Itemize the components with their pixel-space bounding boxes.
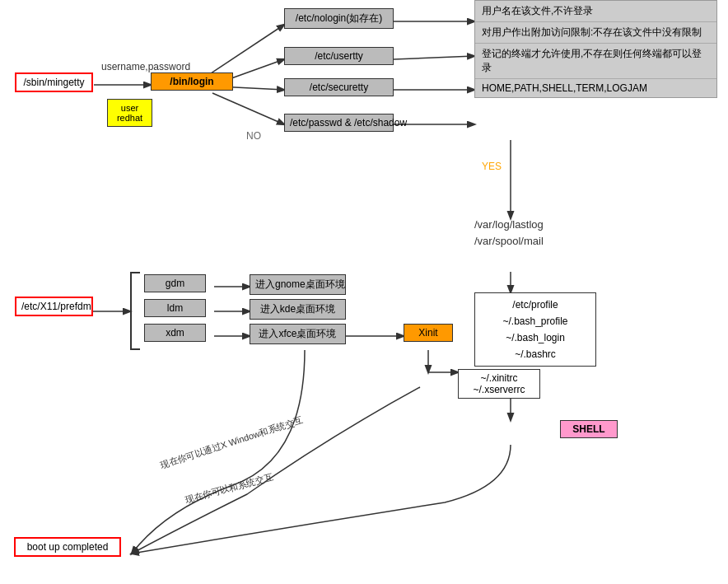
bash-login-item: ~/.bash_login [482, 329, 589, 346]
svg-line-1 [206, 25, 284, 77]
no-label: NO [246, 130, 261, 142]
usertty-box: /etc/usertty [284, 47, 394, 65]
gdm-box: gdm [144, 274, 206, 292]
svg-line-6 [394, 56, 474, 59]
bashrc-item: ~/.bashrc [482, 346, 589, 362]
user-redhat-box: userredhat [107, 99, 152, 127]
xinit-box: Xinit [404, 324, 453, 342]
lastlog-label: /var/log/lastlog [474, 218, 544, 231]
yes-label: YES [482, 161, 502, 172]
profile-group-box: /etc/profile ~/.bash_profile ~/.bash_log… [474, 292, 596, 367]
xdm-box: xdm [144, 324, 206, 342]
mingetty-box: /sbin/mingetty [15, 72, 93, 92]
gnome-box: 进入gnome桌面环境 [250, 274, 346, 295]
passwd-shadow-box: /etc/passwd & /etc/shadow [284, 114, 394, 132]
prefdm-box: /etc/X11/prefdm [15, 297, 93, 316]
bracket-left [130, 272, 140, 350]
xinitrc-group: ~/.xinitrc ~/.xserverrc [458, 369, 540, 399]
nologin-box: /etc/nologin(如存在) [284, 8, 394, 29]
username-password-label: username,password [101, 61, 190, 72]
shell-box: SHELL [560, 420, 618, 438]
interact-sys-label: 现在你可以和系统交互 [184, 471, 274, 507]
nologin-desc: 用户名在该文件,不许登录 [475, 1, 716, 22]
bash-profile-item: ~/.bash_profile [482, 313, 589, 329]
bin-login-box: /bin/login [151, 72, 233, 91]
desc-group: 用户名在该文件,不许登录 对用户作出附加访问限制:不存在该文件中没有限制 登记的… [474, 0, 717, 98]
kde-box: 进入kde桌面环境 [250, 299, 346, 320]
interact-x-label: 现在你可以通过X Window和系统交互 [159, 413, 305, 471]
spool-mail-label: /var/spool/mail [474, 235, 544, 247]
xserverrc-item: ~/.xserverrc [464, 384, 534, 395]
boot-up-box: boot up completed [14, 537, 121, 557]
usertty-desc: 对用户作出附加访问限制:不存在该文件中没有限制 [475, 22, 716, 44]
securetty-desc: 登记的终端才允许使用,不存在则任何终端都可以登录 [475, 44, 716, 79]
profile-item: /etc/profile [482, 297, 589, 313]
ldm-box: ldm [144, 299, 206, 317]
svg-line-4 [212, 93, 284, 124]
xinitrc-item: ~/.xinitrc [464, 372, 534, 384]
securetty-box: /etc/securetty [284, 78, 394, 96]
diagram: /sbin/mingetty username,password userred… [0, 0, 728, 584]
passwd-desc: HOME,PATH,SHELL,TERM,LOGJAM [475, 79, 716, 97]
xfce-box: 进入xfce桌面环境 [250, 324, 346, 344]
